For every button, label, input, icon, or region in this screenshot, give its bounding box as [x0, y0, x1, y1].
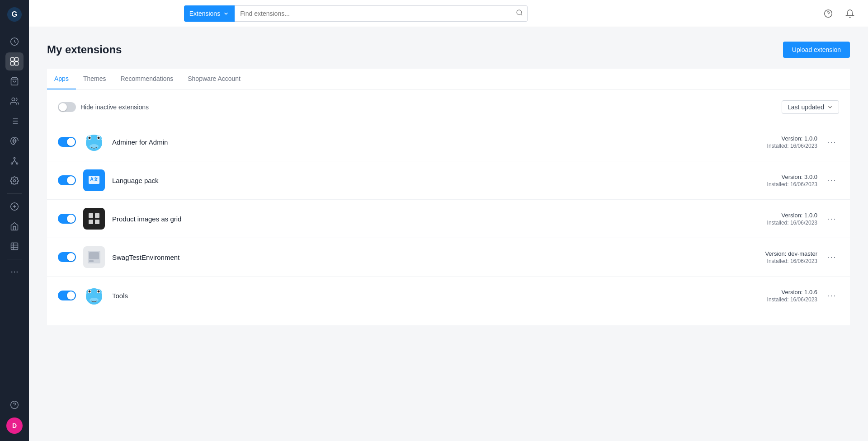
- extension-installed-tools: Installed: 16/06/2023: [736, 296, 817, 303]
- extension-installed-language-pack: Installed: 16/06/2023: [736, 181, 817, 188]
- toggle-knob: [67, 138, 75, 146]
- content-wrapper: Apps Themes Recommendations Shopware Acc…: [47, 69, 850, 325]
- extension-installed-adminer: Installed: 16/06/2023: [736, 143, 817, 149]
- extension-toggle-language-pack[interactable]: [58, 175, 76, 185]
- extension-more-swag-test[interactable]: ···: [825, 250, 839, 264]
- extension-item-swag-test: SwagTestEnvironment Version: dev-master …: [47, 238, 850, 276]
- extension-version-product-images: Version: 1.0.0: [736, 212, 817, 219]
- extension-name-tools: Tools: [112, 292, 729, 300]
- extension-icon-product-images: [83, 208, 105, 230]
- extension-toggle-tools[interactable]: [58, 291, 76, 300]
- tab-recommendations[interactable]: Recommendations: [113, 69, 181, 89]
- extension-icon-language-pack: A文: [83, 169, 105, 191]
- svg-point-17: [16, 163, 18, 164]
- extension-icon-swag-test: [83, 246, 105, 268]
- svg-point-28: [17, 272, 18, 273]
- main-content: Extensions: [29, 0, 868, 441]
- frog-svg-adminer: [83, 131, 105, 153]
- sidebar-item-marketing[interactable]: [5, 132, 24, 150]
- sidebar: G: [0, 0, 29, 441]
- extensions-dropdown-label: Extensions: [189, 10, 220, 17]
- svg-point-15: [14, 158, 15, 159]
- extension-more-tools[interactable]: ···: [825, 288, 839, 303]
- svg-point-8: [12, 98, 15, 101]
- sidebar-item-customers[interactable]: [5, 92, 24, 110]
- search-input[interactable]: [235, 5, 528, 22]
- svg-rect-3: [11, 58, 14, 61]
- extension-item-language-pack: A文 Language pack Version: 3.0.0 Installe…: [47, 161, 850, 199]
- svg-point-41: [98, 137, 100, 139]
- hide-inactive-label: Hide inactive extensions: [80, 103, 149, 111]
- extension-installed-swag-test: Installed: 16/06/2023: [736, 258, 817, 264]
- svg-point-27: [14, 272, 15, 273]
- sidebar-item-store[interactable]: [5, 217, 24, 235]
- extension-meta-language-pack: Version: 3.0.0 Installed: 16/06/2023: [736, 174, 817, 188]
- extension-meta-tools: Version: 1.0.6 Installed: 16/06/2023: [736, 289, 817, 303]
- svg-rect-47: [89, 220, 93, 224]
- extension-item-product-images: Product images as grid Version: 1.0.0 In…: [47, 199, 850, 238]
- svg-rect-6: [15, 62, 19, 66]
- svg-point-29: [11, 401, 19, 409]
- extensions-area: Hide inactive extensions Last updated: [47, 89, 850, 325]
- svg-point-40: [89, 137, 91, 139]
- sort-dropdown[interactable]: Last updated: [782, 100, 839, 114]
- extension-toggle-swag-test[interactable]: [58, 252, 76, 262]
- swag-svg: [87, 250, 101, 264]
- sidebar-item-extensions[interactable]: [5, 52, 24, 70]
- tabs-container: Apps Themes Recommendations Shopware Acc…: [47, 69, 850, 89]
- extension-version-swag-test: Version: dev-master: [736, 250, 817, 257]
- toggle-knob: [59, 103, 67, 111]
- sidebar-item-settings[interactable]: [5, 172, 24, 190]
- svg-point-16: [11, 163, 13, 164]
- tab-apps[interactable]: Apps: [47, 69, 76, 89]
- extension-toggle-adminer[interactable]: [58, 137, 76, 147]
- extension-more-product-images[interactable]: ···: [825, 211, 839, 226]
- extension-name-product-images: Product images as grid: [112, 215, 729, 223]
- sidebar-item-shopping[interactable]: [5, 72, 24, 90]
- sidebar-item-table[interactable]: [5, 237, 24, 255]
- svg-rect-50: [89, 252, 99, 259]
- avatar[interactable]: D: [6, 418, 23, 434]
- tab-themes[interactable]: Themes: [76, 69, 113, 89]
- sidebar-item-integrations[interactable]: [5, 152, 24, 170]
- sidebar-bottom: D: [5, 396, 24, 441]
- search-wrapper: [235, 5, 528, 22]
- extension-more-language-pack[interactable]: ···: [825, 173, 839, 188]
- search-container: Extensions: [184, 5, 528, 22]
- extension-toggle-product-images[interactable]: [58, 214, 76, 224]
- extension-meta-adminer: Version: 1.0.0 Installed: 16/06/2023: [736, 135, 817, 149]
- sidebar-item-add[interactable]: [5, 197, 24, 216]
- chevron-down-icon: [223, 10, 229, 17]
- lang-pack-svg: A文: [87, 174, 101, 187]
- tab-shopware-account[interactable]: Shopware Account: [180, 69, 248, 89]
- extension-meta-swag-test: Version: dev-master Installed: 16/06/202…: [736, 250, 817, 264]
- svg-point-31: [517, 10, 522, 15]
- filter-bar: Hide inactive extensions Last updated: [47, 100, 850, 123]
- svg-point-57: [89, 291, 91, 293]
- extension-icon-adminer: [83, 131, 105, 153]
- help-icon-button[interactable]: [821, 6, 835, 21]
- svg-rect-45: [89, 213, 93, 218]
- sidebar-item-orders[interactable]: [5, 112, 24, 130]
- sidebar-item-dashboard[interactable]: [5, 33, 24, 51]
- sidebar-item-help[interactable]: [5, 396, 24, 414]
- extension-icon-tools: [83, 285, 105, 306]
- svg-line-32: [521, 14, 522, 15]
- hide-inactive-toggle[interactable]: [58, 102, 76, 112]
- svg-point-26: [11, 272, 13, 273]
- page-title: My extensions: [47, 43, 122, 56]
- svg-rect-5: [11, 62, 14, 66]
- svg-point-33: [825, 9, 832, 17]
- topbar-right: [821, 6, 857, 21]
- extension-item-adminer: Adminer for Admin Version: 1.0.0 Install…: [47, 123, 850, 161]
- toggle-knob: [67, 253, 75, 261]
- sidebar-navigation: [0, 29, 29, 396]
- extension-more-adminer[interactable]: ···: [825, 135, 839, 149]
- extensions-dropdown[interactable]: Extensions: [184, 5, 235, 22]
- bell-icon-button[interactable]: [843, 6, 857, 21]
- sidebar-logo[interactable]: G: [0, 0, 29, 29]
- sidebar-item-more[interactable]: [5, 263, 24, 281]
- upload-extension-button[interactable]: Upload extension: [783, 42, 850, 58]
- extension-item-tools: Tools Version: 1.0.6 Installed: 16/06/20…: [47, 276, 850, 314]
- extension-installed-product-images: Installed: 16/06/2023: [736, 220, 817, 226]
